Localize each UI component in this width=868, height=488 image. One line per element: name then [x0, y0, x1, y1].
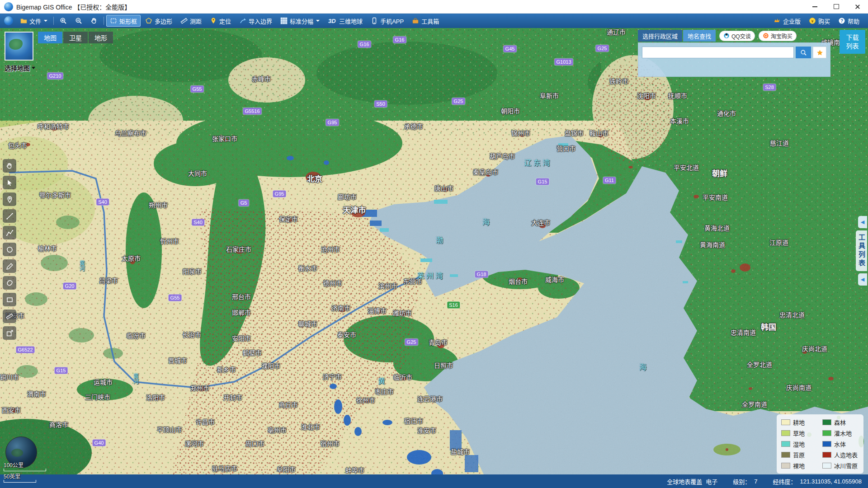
collapse-tool-list-icon[interactable]: ◀ — [858, 273, 867, 286]
crown-button[interactable]: 企业版 — [770, 15, 804, 27]
measure-button[interactable]: 测距 — [177, 15, 205, 27]
buy-icon: ¥ — [809, 17, 816, 24]
legend-swatch — [822, 419, 831, 425]
window-controls — [804, 0, 868, 13]
status-lnglat-label: 经纬度： — [773, 477, 797, 486]
grid-button[interactable]: 标准分幅 — [277, 15, 323, 27]
buy-button[interactable]: ¥购买 — [805, 15, 834, 27]
toolbar-item-label: 导入边界 — [249, 17, 272, 25]
toolbar-item-label: 企业版 — [783, 17, 801, 25]
toolbar-item-label: 帮助 — [848, 17, 859, 25]
draw-polyline-icon — [6, 229, 14, 237]
place-marker-button[interactable] — [3, 192, 16, 206]
legend-item: 草地 — [781, 429, 818, 437]
toolbox-icon — [412, 17, 419, 24]
download-list-button[interactable]: 下载列表 — [840, 30, 865, 54]
pan-hand-icon — [90, 17, 98, 24]
bigemap-logo-icon — [4, 2, 13, 11]
maximize-icon — [834, 4, 839, 9]
status-level-value: 7 — [754, 478, 757, 485]
svg-text:¥: ¥ — [811, 19, 813, 23]
legend-label: 耕地 — [793, 418, 805, 427]
base-layer-卫星[interactable]: 卫星 — [63, 32, 88, 43]
legend-item: 水体 — [822, 440, 859, 448]
polygon-button[interactable]: 多边形 — [142, 15, 176, 27]
map-style-thumbnail[interactable] — [5, 32, 33, 61]
toolbar-item-label: 标准分幅 — [290, 17, 313, 25]
draw-rectangle-button[interactable] — [3, 293, 16, 306]
tab-select-region[interactable]: 选择行政区域 — [638, 30, 682, 42]
legend-label: 湿地 — [793, 440, 805, 448]
toolbox-button[interactable]: 工具箱 — [408, 15, 443, 27]
phone-button[interactable]: 手机APP — [367, 15, 407, 27]
select-map-dropdown[interactable]: 选择地图 — [3, 63, 37, 72]
pan-hand-button[interactable] — [87, 15, 101, 27]
draw-line-button[interactable] — [3, 209, 16, 223]
search-input[interactable] — [642, 47, 794, 58]
landcover-map[interactable] — [0, 28, 868, 474]
status-level-label: 级别： — [733, 477, 750, 486]
taobao-buy-button[interactable]: 淘宝购买 — [759, 31, 797, 41]
select-arrow-icon — [6, 179, 14, 187]
legend-item: 裸地 — [781, 461, 818, 470]
select-arrow-button[interactable] — [3, 176, 16, 189]
legend-item: 灌木地 — [822, 429, 859, 437]
legend-item: 耕地 — [781, 418, 818, 427]
toolbar-item-label: 工具箱 — [421, 17, 439, 25]
rect-frame-button[interactable]: 矩形框 — [106, 15, 141, 27]
globe3d-button[interactable]: 3D三维地球 — [324, 15, 366, 27]
draw-rectangle-icon — [6, 296, 14, 304]
legend-swatch — [781, 430, 790, 436]
zoom-out-button[interactable] — [71, 15, 86, 27]
qq-chat-button[interactable]: QQ交谈 — [719, 31, 755, 41]
base-layer-地形[interactable]: 地形 — [89, 32, 113, 43]
tool-list-label: 工具列表 — [856, 230, 867, 271]
base-layer-地图[interactable]: 地图 — [38, 32, 62, 43]
locate-icon — [210, 17, 217, 24]
window-title: Bigemap GIS Office 【已授权：全能版】 — [16, 2, 131, 11]
maximize-button[interactable] — [826, 0, 847, 13]
toolbar-separator — [53, 17, 54, 25]
help-button[interactable]: ?帮助 — [835, 15, 863, 27]
chevron-down-icon — [316, 20, 320, 22]
import-boundary-button[interactable]: 导入边界 — [236, 15, 276, 27]
minimize-icon — [812, 6, 817, 7]
folder-button[interactable]: 文件 — [17, 15, 51, 27]
pan-hand-button[interactable] — [3, 159, 16, 173]
favorite-button[interactable] — [813, 47, 826, 58]
legend-column: 耕地草地湿地苔原裸地 — [781, 418, 818, 470]
svg-text:?: ? — [840, 19, 843, 23]
export-shape-icon — [6, 329, 14, 337]
crown-icon — [774, 17, 781, 24]
map-canvas[interactable] — [0, 28, 868, 474]
legend-swatch — [822, 463, 831, 469]
draw-pencil-button[interactable] — [3, 259, 16, 273]
draw-lasso-button[interactable] — [3, 276, 16, 290]
draw-circle-button[interactable] — [3, 243, 16, 256]
export-shape-button[interactable] — [3, 326, 16, 340]
globe3d-icon: 3D — [328, 17, 337, 24]
collapse-tool-list-icon[interactable]: ◀ — [858, 216, 867, 228]
close-button[interactable] — [847, 0, 868, 13]
zoom-in-icon — [60, 17, 67, 24]
phone-icon — [371, 17, 378, 24]
locate-button[interactable]: 定位 — [206, 15, 235, 27]
legend-swatch — [822, 430, 831, 436]
measure-diagonal-button[interactable] — [3, 310, 16, 323]
minimize-button[interactable] — [804, 0, 826, 13]
taobao-icon — [763, 33, 769, 39]
legend-item: 人造地表 — [822, 450, 859, 459]
status-layer: 全球地表覆盖 — [667, 477, 702, 486]
taobao-buy-label: 淘宝购买 — [771, 32, 793, 40]
draw-polyline-button[interactable] — [3, 226, 16, 239]
search-button[interactable] — [796, 47, 811, 58]
legend-swatch — [822, 452, 831, 458]
tab-place-search[interactable]: 地名查找 — [683, 30, 716, 42]
legend-item: 森林 — [822, 418, 859, 427]
zoom-in-button[interactable] — [56, 15, 71, 27]
scale-km-label: 100公里 — [4, 461, 46, 469]
legend-swatch — [781, 441, 790, 447]
qq-icon — [723, 33, 730, 39]
legend-label: 人造地表 — [834, 450, 858, 459]
search-icon — [800, 49, 807, 56]
